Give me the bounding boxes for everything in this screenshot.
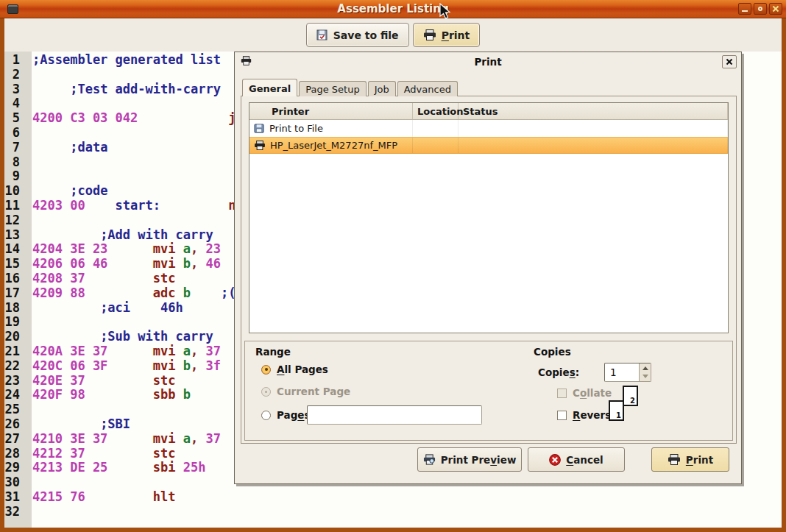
general-tab-page: Printer Location Status Print to File H — [241, 96, 737, 444]
printer-name: Print to File — [269, 123, 323, 134]
line-number: 25 — [4, 402, 26, 417]
code-text: 4206 06 46 mvi b, 46 — [26, 257, 221, 272]
line-number: 8 — [4, 155, 26, 170]
save-to-file-button[interactable]: Save to file — [306, 23, 409, 47]
code-text: 4200 C3 03 042 j — [26, 111, 236, 126]
minimize-icon — [742, 10, 748, 12]
range-copies-section: Range All Pages Current Page Pages: Copi… — [244, 341, 733, 441]
line-number: 30 — [4, 475, 26, 490]
cancel-button[interactable]: Cancel — [528, 447, 625, 472]
line-number: 2 — [4, 68, 26, 82]
dialog-tabs: General Page Setup Job Advanced — [242, 79, 459, 96]
collate-checkbox-row: Collate — [557, 387, 612, 399]
code-text: 4209 88 adc b ;( — [26, 286, 236, 301]
code-text — [26, 155, 32, 170]
print-toolbar-button[interactable]: Print — [413, 23, 481, 47]
line-number: 11 — [4, 199, 26, 213]
line-number: 6 — [4, 126, 26, 141]
code-text: ;Sub with carry — [26, 330, 213, 344]
column-header-location[interactable]: Location — [413, 103, 458, 119]
code-text — [26, 96, 32, 111]
spinner-down-icon[interactable] — [642, 375, 648, 378]
code-text: 4212 37 stc — [26, 447, 176, 461]
code-line: 314215 76 hlt — [4, 490, 782, 505]
cancel-label: Cancel — [566, 454, 603, 466]
print-dialog-titlebar[interactable]: Print — [235, 52, 741, 71]
code-text: 4210 3E 37 mvi a, 37 — [26, 432, 221, 447]
code-text — [26, 315, 32, 330]
all-pages-radio-row[interactable]: All Pages — [261, 363, 328, 375]
copies-label: Copies: — [538, 366, 579, 378]
checkbox-icon[interactable] — [557, 411, 567, 420]
radio-disabled-icon — [261, 387, 271, 397]
maximize-icon — [758, 7, 762, 11]
code-text: 420A 3E 37 mvi a, 37 — [26, 344, 221, 359]
code-text: ;Add with carry — [26, 228, 213, 243]
printer-icon — [668, 454, 681, 465]
all-pages-label: All Pages — [277, 363, 328, 375]
line-number: 31 — [4, 490, 26, 505]
line-number: 4 — [4, 96, 26, 111]
line-number: 3 — [4, 82, 26, 97]
line-number: 13 — [4, 228, 26, 243]
print-button[interactable]: Print — [651, 447, 729, 472]
collate-label: Collate — [573, 387, 612, 399]
copies-spinner[interactable]: 1 — [604, 363, 651, 382]
printer-name: HP_LaserJet_M2727nf_MFP — [270, 140, 397, 151]
spinner-up-icon[interactable] — [642, 366, 648, 370]
radio-selected-icon[interactable] — [261, 365, 271, 375]
line-number: 9 — [4, 169, 26, 184]
pages-input[interactable] — [307, 405, 482, 425]
range-section-title: Range — [255, 346, 291, 358]
tab-job[interactable]: Job — [368, 81, 396, 96]
line-number: 28 — [4, 447, 26, 461]
line-number: 18 — [4, 301, 26, 316]
code-text — [26, 126, 32, 141]
window-title: Assembler Listing — [0, 2, 786, 15]
cancel-icon — [549, 454, 561, 466]
line-number: 32 — [4, 505, 26, 519]
printer-list-header: Printer Location Status — [249, 103, 728, 120]
code-text: ;data — [26, 141, 107, 155]
printer-list[interactable]: Printer Location Status Print to File H — [249, 102, 729, 333]
tab-general[interactable]: General — [242, 79, 297, 96]
code-text — [26, 169, 32, 184]
screen: Assembler Listing Save to file Print 1;A… — [0, 0, 786, 532]
save-icon — [316, 29, 328, 40]
line-number: 22 — [4, 359, 26, 374]
line-number: 14 — [4, 242, 26, 257]
print-preview-label: Print Preview — [441, 454, 517, 466]
close-button[interactable] — [769, 3, 782, 15]
line-number: 17 — [4, 286, 26, 301]
toolbar: Save to file Print — [4, 18, 782, 52]
tab-page-setup[interactable]: Page Setup — [299, 81, 366, 96]
printer-icon — [423, 29, 436, 40]
title-bar[interactable]: Assembler Listing — [0, 0, 786, 18]
line-number: 19 — [4, 315, 26, 330]
print-preview-button[interactable]: Print Preview — [417, 447, 522, 472]
dialog-close-button[interactable] — [722, 55, 737, 68]
mouse-cursor-icon — [438, 3, 453, 21]
current-page-radio-row: Current Page — [261, 386, 350, 397]
minimize-button[interactable] — [738, 3, 751, 15]
code-text — [26, 213, 32, 228]
maximize-button[interactable] — [754, 3, 767, 15]
line-number: 16 — [4, 272, 26, 286]
radio-unselected-icon[interactable] — [261, 411, 271, 420]
column-header-status[interactable]: Status — [458, 103, 728, 119]
code-text: 420C 06 3F mvi b, 3f — [26, 359, 221, 374]
spinner-buttons[interactable] — [639, 363, 651, 381]
save-to-file-label: Save to file — [333, 29, 399, 41]
print-label: Print — [686, 454, 713, 466]
printer-row-hp-laserjet[interactable]: HP_LaserJet_M2727nf_MFP — [249, 137, 728, 154]
line-number: 21 — [4, 344, 26, 359]
printer-location — [413, 120, 458, 137]
copies-section-title: Copies — [534, 346, 571, 358]
copies-value[interactable]: 1 — [610, 366, 617, 378]
printer-location — [413, 138, 458, 153]
column-header-printer[interactable]: Printer — [249, 103, 413, 119]
printer-row-print-to-file[interactable]: Print to File — [249, 120, 728, 137]
print-dialog-title: Print — [235, 56, 741, 68]
tab-advanced[interactable]: Advanced — [397, 81, 458, 96]
line-number: 23 — [4, 374, 26, 389]
